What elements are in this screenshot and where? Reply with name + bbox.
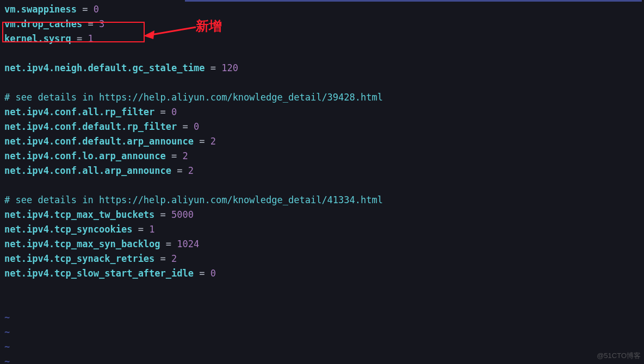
config-value: 0 (171, 106, 177, 117)
config-line: net.ipv4.conf.lo.arp_announce = 2 (4, 149, 640, 164)
config-key: net.ipv4.tcp_slow_start_after_idle (4, 268, 194, 279)
tilde-marker: ~ (4, 341, 10, 352)
config-line: net.ipv4.conf.default.rp_filter = 0 (4, 120, 640, 134)
blank-line (4, 46, 640, 61)
config-key: net.ipv4.tcp_max_tw_buckets (4, 209, 154, 220)
config-value: 3 (99, 18, 104, 29)
config-line: net.ipv4.tcp_max_syn_backlog = 1024 (4, 237, 640, 252)
config-key: net.ipv4.conf.all.rp_filter (4, 106, 154, 117)
assign-operator: = (194, 136, 210, 147)
terminal-editor[interactable]: vm.swappiness = 0vm.drop_caches = 3kerne… (0, 0, 644, 364)
assign-operator: = (205, 62, 221, 73)
config-line: kernel.sysrq = 1 (4, 32, 640, 46)
vim-empty-line: ~ (4, 310, 640, 325)
config-value: 120 (221, 62, 238, 73)
config-line: # see details in https://help.aliyun.com… (4, 90, 640, 105)
assign-operator: = (132, 224, 149, 235)
config-value: 5000 (171, 209, 194, 220)
assign-operator: = (82, 18, 99, 29)
vim-empty-line: ~ (4, 354, 640, 364)
config-line: net.ipv4.neigh.default.gc_stale_time = 1… (4, 61, 640, 76)
config-value: 0 (94, 4, 99, 15)
tilde-marker: ~ (4, 327, 10, 337)
assign-operator: = (177, 121, 194, 132)
annotation-label: 新增 (196, 18, 222, 33)
config-line: vm.swappiness = 0 (4, 2, 640, 17)
watermark: @51CTO博客 (597, 348, 641, 363)
config-value: 2 (210, 136, 216, 147)
assign-operator: = (171, 165, 188, 176)
config-line: vm.drop_caches = 3 (4, 17, 640, 32)
assign-operator: = (166, 150, 183, 161)
config-key: net.ipv4.tcp_syncookies (4, 224, 132, 235)
assign-operator: = (154, 253, 171, 264)
config-key: vm.swappiness (4, 4, 77, 15)
config-line: net.ipv4.conf.default.arp_announce = 2 (4, 134, 640, 149)
vim-empty-line: ~ (4, 340, 640, 354)
assign-operator: = (194, 268, 210, 279)
config-value: 1 (149, 224, 154, 235)
tilde-marker: ~ (4, 312, 10, 323)
blank-line (4, 296, 640, 310)
assign-operator: = (154, 209, 171, 220)
assign-operator: = (77, 4, 94, 15)
config-line: net.ipv4.tcp_max_tw_buckets = 5000 (4, 208, 640, 222)
blank-line (4, 76, 640, 90)
config-key: net.ipv4.conf.default.rp_filter (4, 121, 177, 132)
config-key: net.ipv4.tcp_max_syn_backlog (4, 239, 160, 249)
config-line: net.ipv4.tcp_synack_retries = 2 (4, 252, 640, 266)
assign-operator: = (71, 33, 88, 44)
config-value: 2 (188, 165, 194, 176)
config-key: kernel.sysrq (4, 33, 71, 44)
config-key: net.ipv4.conf.lo.arp_announce (4, 150, 166, 161)
assign-operator: = (160, 239, 177, 249)
assign-operator: = (154, 106, 171, 117)
comment-text: # see details in https://help.aliyun.com… (4, 92, 383, 103)
config-line: net.ipv4.tcp_slow_start_after_idle = 0 (4, 266, 640, 281)
tilde-marker: ~ (4, 356, 10, 364)
config-line: net.ipv4.conf.all.rp_filter = 0 (4, 105, 640, 120)
config-value: 1024 (177, 239, 199, 249)
config-value: 2 (171, 253, 177, 264)
config-value: 0 (194, 121, 199, 132)
config-value: 1 (88, 33, 94, 44)
config-value: 0 (210, 268, 216, 279)
config-key: vm.drop_caches (4, 18, 82, 29)
config-value: 2 (183, 150, 188, 161)
config-key: net.ipv4.tcp_synack_retries (4, 253, 154, 264)
config-line: net.ipv4.conf.all.arp_announce = 2 (4, 164, 640, 178)
config-key: net.ipv4.conf.default.arp_announce (4, 136, 194, 147)
comment-text: # see details in https://help.aliyun.com… (4, 194, 383, 205)
config-line: # see details in https://help.aliyun.com… (4, 193, 640, 208)
vim-empty-line: ~ (4, 325, 640, 340)
blank-line (4, 281, 640, 296)
config-line: net.ipv4.tcp_syncookies = 1 (4, 222, 640, 237)
config-key: net.ipv4.conf.all.arp_announce (4, 165, 171, 176)
blank-line (4, 178, 640, 193)
config-key: net.ipv4.neigh.default.gc_stale_time (4, 62, 205, 73)
